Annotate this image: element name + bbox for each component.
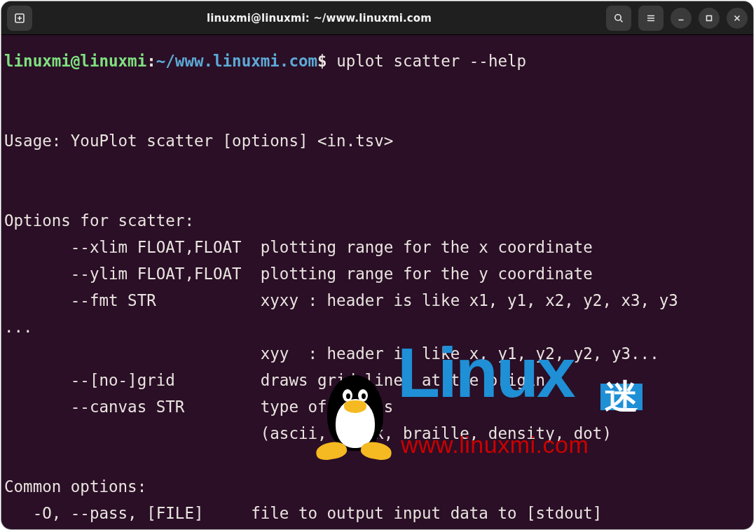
output-line: Common options: <box>4 477 146 496</box>
titlebar: linuxmi@linuxmi: ~/www.linuxmi.com <box>1 1 753 35</box>
close-button[interactable] <box>727 8 748 29</box>
minimize-button[interactable] <box>671 8 692 29</box>
prompt-user-host: linuxmi@linuxmi <box>4 52 146 70</box>
prompt-path: ~/www.linuxmi.com <box>156 52 317 70</box>
output-line: Usage: YouPlot scatter [options] <in.tsv… <box>4 132 393 150</box>
output-line: --fmt STR xyxy : header is like x1, y1, … <box>4 291 678 309</box>
titlebar-right-buttons <box>606 6 748 31</box>
output-line: --[no-]grid draws grid-lines at the orig… <box>4 371 545 389</box>
output-line: xyy : header is like x, y1, y2, y2, y3..… <box>4 344 659 363</box>
output-line: --xlim FLOAT,FLOAT plotting range for th… <box>4 238 593 256</box>
svg-line-4 <box>620 20 622 22</box>
search-button[interactable] <box>606 6 631 31</box>
command-text: uplot scatter --help <box>327 52 526 70</box>
hamburger-menu-button[interactable] <box>638 6 664 31</box>
svg-point-3 <box>615 14 621 20</box>
maximize-button[interactable] <box>699 8 720 29</box>
window-title: linuxmi@linuxmi: ~/www.linuxmi.com <box>38 12 600 24</box>
output-line: ... <box>4 318 33 336</box>
output-line: (ascii, block, braille, density, dot) <box>4 424 612 442</box>
output-line: -O, --pass, [FILE] file to output input … <box>4 504 602 522</box>
terminal-content[interactable]: linuxmi@linuxmi:~/www.linuxmi.com$ uplot… <box>1 35 753 529</box>
new-tab-button[interactable] <box>7 6 32 31</box>
output-line: Options for scatter: <box>4 211 194 230</box>
svg-rect-9 <box>707 15 712 20</box>
prompt-dollar: $ <box>317 52 327 70</box>
watermark-suffix: 迷 <box>600 384 642 410</box>
output-line: --ylim FLOAT,FLOAT plotting range for th… <box>4 265 593 283</box>
prompt-colon: : <box>146 52 156 70</box>
output-line: --canvas STR type of canvas <box>4 398 393 416</box>
terminal-window: linuxmi@linuxmi: ~/www.linuxmi.com linux… <box>1 1 753 529</box>
